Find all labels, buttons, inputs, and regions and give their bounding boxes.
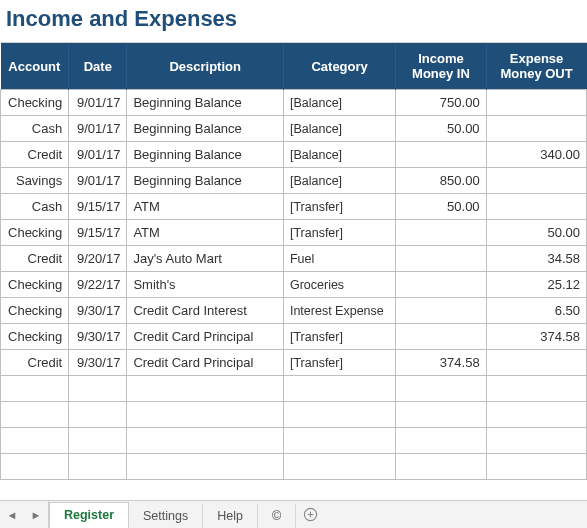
cell-income[interactable] bbox=[396, 142, 486, 168]
cell-account[interactable]: Checking bbox=[1, 220, 69, 246]
cell-income[interactable]: 50.00 bbox=[396, 194, 486, 220]
cell-expense[interactable] bbox=[486, 402, 586, 428]
cell-account[interactable]: Checking bbox=[1, 298, 69, 324]
cell-income[interactable] bbox=[396, 376, 486, 402]
cell-description[interactable]: Credit Card Interest bbox=[127, 298, 284, 324]
cell-expense[interactable] bbox=[486, 168, 586, 194]
cell-expense[interactable]: 6.50 bbox=[486, 298, 586, 324]
cell-date[interactable] bbox=[69, 376, 127, 402]
cell-category[interactable]: Fuel bbox=[283, 246, 395, 272]
cell-category[interactable]: Groceries bbox=[283, 272, 395, 298]
cell-description[interactable]: ATM bbox=[127, 194, 284, 220]
cell-expense[interactable] bbox=[486, 90, 586, 116]
add-sheet-button[interactable] bbox=[296, 501, 324, 528]
col-date[interactable]: Date bbox=[69, 43, 127, 90]
tab-copyright[interactable]: © bbox=[258, 504, 296, 528]
cell-date[interactable]: 9/01/17 bbox=[69, 168, 127, 194]
cell-account[interactable]: Cash bbox=[1, 116, 69, 142]
cell-income[interactable]: 374.58 bbox=[396, 350, 486, 376]
cell-category[interactable]: [Transfer] bbox=[283, 194, 395, 220]
cell-date[interactable] bbox=[69, 454, 127, 480]
col-account[interactable]: Account bbox=[1, 43, 69, 90]
cell-category[interactable] bbox=[283, 454, 395, 480]
cell-account[interactable]: Credit bbox=[1, 246, 69, 272]
cell-account[interactable]: Checking bbox=[1, 324, 69, 350]
cell-income[interactable] bbox=[396, 454, 486, 480]
cell-expense[interactable] bbox=[486, 194, 586, 220]
cell-description[interactable]: Beginning Balance bbox=[127, 168, 284, 194]
prev-sheet-button[interactable]: ◄ bbox=[0, 501, 24, 528]
cell-account[interactable]: Credit bbox=[1, 142, 69, 168]
cell-expense[interactable]: 374.58 bbox=[486, 324, 586, 350]
tab-register[interactable]: Register bbox=[49, 502, 129, 528]
cell-expense[interactable] bbox=[486, 454, 586, 480]
cell-description[interactable]: Smith's bbox=[127, 272, 284, 298]
cell-account[interactable]: Checking bbox=[1, 272, 69, 298]
cell-account[interactable]: Savings bbox=[1, 168, 69, 194]
cell-account[interactable] bbox=[1, 376, 69, 402]
cell-category[interactable] bbox=[283, 376, 395, 402]
cell-category[interactable]: [Balance] bbox=[283, 90, 395, 116]
cell-expense[interactable]: 340.00 bbox=[486, 142, 586, 168]
col-category[interactable]: Category bbox=[283, 43, 395, 90]
cell-date[interactable]: 9/15/17 bbox=[69, 194, 127, 220]
cell-income[interactable] bbox=[396, 272, 486, 298]
cell-category[interactable]: [Transfer] bbox=[283, 220, 395, 246]
cell-expense[interactable]: 50.00 bbox=[486, 220, 586, 246]
cell-income[interactable]: 50.00 bbox=[396, 116, 486, 142]
cell-expense[interactable] bbox=[486, 376, 586, 402]
next-sheet-button[interactable]: ► bbox=[24, 501, 48, 528]
cell-income[interactable] bbox=[396, 324, 486, 350]
cell-account[interactable] bbox=[1, 428, 69, 454]
cell-income[interactable]: 750.00 bbox=[396, 90, 486, 116]
tab-settings[interactable]: Settings bbox=[129, 504, 203, 528]
cell-date[interactable]: 9/30/17 bbox=[69, 324, 127, 350]
cell-description[interactable]: Credit Card Principal bbox=[127, 350, 284, 376]
cell-account[interactable]: Checking bbox=[1, 90, 69, 116]
cell-expense[interactable] bbox=[486, 350, 586, 376]
cell-category[interactable]: [Balance] bbox=[283, 142, 395, 168]
cell-description[interactable]: Beginning Balance bbox=[127, 142, 284, 168]
cell-category[interactable]: Interest Expense bbox=[283, 298, 395, 324]
cell-description[interactable] bbox=[127, 376, 284, 402]
cell-date[interactable] bbox=[69, 428, 127, 454]
cell-income[interactable] bbox=[396, 220, 486, 246]
cell-date[interactable]: 9/15/17 bbox=[69, 220, 127, 246]
cell-account[interactable] bbox=[1, 402, 69, 428]
cell-date[interactable]: 9/20/17 bbox=[69, 246, 127, 272]
cell-description[interactable]: ATM bbox=[127, 220, 284, 246]
col-description[interactable]: Description bbox=[127, 43, 284, 90]
cell-description[interactable]: Beginning Balance bbox=[127, 90, 284, 116]
cell-income[interactable] bbox=[396, 402, 486, 428]
cell-category[interactable]: [Balance] bbox=[283, 116, 395, 142]
cell-category[interactable] bbox=[283, 428, 395, 454]
cell-date[interactable]: 9/30/17 bbox=[69, 298, 127, 324]
cell-category[interactable] bbox=[283, 402, 395, 428]
cell-income[interactable] bbox=[396, 428, 486, 454]
cell-date[interactable]: 9/01/17 bbox=[69, 116, 127, 142]
cell-description[interactable] bbox=[127, 454, 284, 480]
cell-date[interactable]: 9/30/17 bbox=[69, 350, 127, 376]
cell-description[interactable]: Jay's Auto Mart bbox=[127, 246, 284, 272]
cell-category[interactable]: [Balance] bbox=[283, 168, 395, 194]
cell-date[interactable] bbox=[69, 402, 127, 428]
col-income[interactable]: Income Money IN bbox=[396, 43, 486, 90]
cell-date[interactable]: 9/22/17 bbox=[69, 272, 127, 298]
cell-expense[interactable] bbox=[486, 116, 586, 142]
cell-description[interactable]: Beginning Balance bbox=[127, 116, 284, 142]
cell-date[interactable]: 9/01/17 bbox=[69, 142, 127, 168]
col-expense[interactable]: Expense Money OUT bbox=[486, 43, 586, 90]
cell-expense[interactable]: 34.58 bbox=[486, 246, 586, 272]
cell-description[interactable]: Credit Card Principal bbox=[127, 324, 284, 350]
cell-account[interactable]: Credit bbox=[1, 350, 69, 376]
cell-income[interactable]: 850.00 bbox=[396, 168, 486, 194]
cell-description[interactable] bbox=[127, 402, 284, 428]
cell-income[interactable] bbox=[396, 246, 486, 272]
cell-expense[interactable] bbox=[486, 428, 586, 454]
cell-account[interactable] bbox=[1, 454, 69, 480]
cell-description[interactable] bbox=[127, 428, 284, 454]
cell-income[interactable] bbox=[396, 298, 486, 324]
cell-category[interactable]: [Transfer] bbox=[283, 324, 395, 350]
tab-help[interactable]: Help bbox=[203, 504, 258, 528]
cell-date[interactable]: 9/01/17 bbox=[69, 90, 127, 116]
